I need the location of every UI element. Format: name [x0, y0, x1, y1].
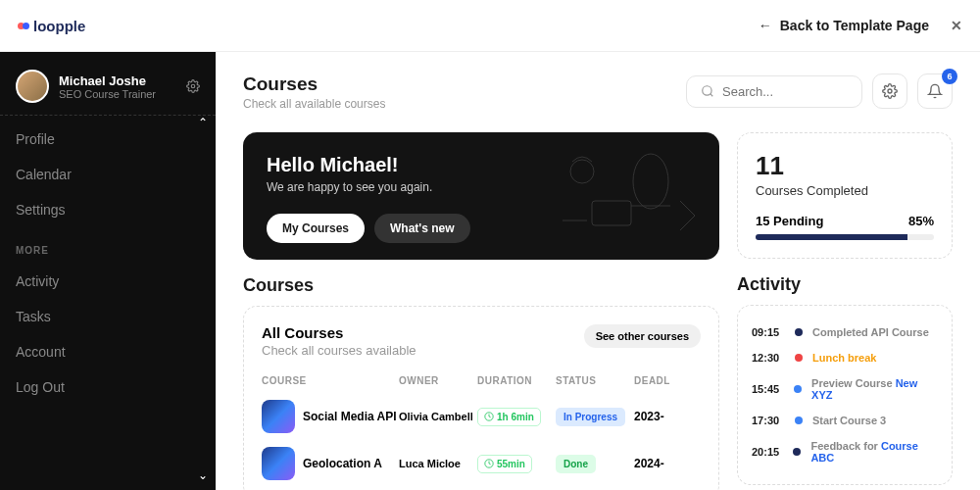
- activity-item: 17:30 Start Course 3: [752, 408, 938, 433]
- gear-icon[interactable]: [186, 79, 200, 93]
- table-header: COURSE OWNER DURATION STATUS DEADL: [262, 375, 701, 386]
- activity-dot-icon: [795, 354, 803, 362]
- sidebar-item-logout[interactable]: Log Out: [0, 369, 216, 405]
- sidebar-item-tasks[interactable]: Tasks: [0, 299, 216, 334]
- col-owner: OWNER: [399, 375, 477, 386]
- activity-dot-icon: [795, 416, 803, 424]
- activity-time: 12:30: [752, 352, 785, 364]
- all-courses-title: All Courses: [262, 324, 416, 341]
- hero-banner: Hello Michael! We are happy to see you a…: [243, 132, 719, 260]
- profile-role: SEO Course Trainer: [59, 88, 156, 100]
- main-content: Courses Check all available courses 6: [216, 52, 980, 490]
- all-courses-sub: Check all courses available: [262, 343, 416, 358]
- course-owner: Luca Micloe: [399, 458, 477, 469]
- svg-point-0: [191, 84, 195, 88]
- stat-pending: 15 Pending: [756, 214, 823, 228]
- course-name: Geolocation A: [303, 457, 382, 470]
- page-title: Courses: [243, 74, 385, 95]
- course-owner: Olivia Cambell: [399, 411, 477, 422]
- status-badge: Done: [556, 455, 596, 473]
- courses-card: All Courses Check all courses available …: [243, 306, 719, 490]
- activity-text: Feedback for Course ABC: [810, 440, 938, 464]
- notification-badge: 6: [942, 69, 957, 84]
- profile-block: Michael Joshe SEO Course Trainer: [0, 70, 216, 116]
- courses-section-title: Courses: [243, 275, 719, 296]
- svg-point-1: [703, 86, 711, 95]
- col-status: STATUS: [556, 375, 634, 386]
- settings-button[interactable]: [872, 74, 907, 109]
- col-deadline: DEADL: [634, 375, 683, 386]
- duration-pill: 55min: [477, 455, 532, 473]
- stat-card: 11 Courses Completed 15 Pending 85%: [737, 132, 953, 259]
- col-course: COURSE: [262, 375, 399, 386]
- course-deadline: 2024-: [634, 457, 683, 470]
- chevron-down-icon[interactable]: ⌄: [198, 468, 208, 482]
- see-other-courses-button[interactable]: See other courses: [584, 324, 701, 348]
- activity-link[interactable]: Course ABC: [810, 440, 917, 464]
- bell-icon: [927, 83, 943, 99]
- page-subtitle: Check all available courses: [243, 97, 385, 111]
- activity-list: 09:15 Completed API Course 12:30 Lunch b…: [737, 305, 953, 485]
- activity-item: 09:15 Completed API Course: [752, 319, 938, 345]
- activity-dot-icon: [795, 328, 803, 336]
- clock-icon: [484, 459, 494, 468]
- sidebar-item-calendar[interactable]: Calendar: [0, 157, 216, 192]
- svg-line-2: [710, 94, 713, 97]
- chevron-up-icon[interactable]: ⌃: [198, 116, 208, 129]
- activity-time: 15:45: [752, 383, 784, 395]
- more-label: MORE: [0, 227, 216, 264]
- svg-point-4: [633, 154, 668, 209]
- stat-label: Courses Completed: [756, 183, 934, 198]
- avatar[interactable]: [16, 70, 49, 103]
- activity-text: Completed API Course: [812, 326, 929, 338]
- search-icon: [701, 84, 714, 98]
- sidebar-item-activity[interactable]: Activity: [0, 264, 216, 299]
- sidebar-item-profile[interactable]: Profile: [0, 122, 216, 157]
- logo-text: loopple: [33, 18, 85, 34]
- activity-section-title: Activity: [737, 274, 953, 295]
- course-thumb: [262, 400, 295, 433]
- activity-text: Preview Course New XYZ: [811, 377, 938, 401]
- stat-number: 11: [756, 151, 934, 181]
- close-icon[interactable]: ✕: [951, 18, 962, 33]
- back-to-template[interactable]: ← Back to Template Page ✕: [759, 18, 962, 33]
- search-box[interactable]: [686, 75, 862, 108]
- activity-dot-icon: [794, 385, 802, 393]
- svg-point-6: [570, 160, 594, 183]
- table-row[interactable]: Social Media API Olivia Cambell 1h 6min …: [262, 400, 701, 433]
- gear-icon: [882, 83, 898, 99]
- svg-point-3: [888, 89, 892, 93]
- clock-icon: [484, 412, 494, 421]
- search-input[interactable]: [722, 84, 848, 99]
- sidebar-item-settings[interactable]: Settings: [0, 192, 216, 227]
- logo[interactable]: loopple: [18, 18, 85, 34]
- course-deadline: 2023-: [634, 410, 683, 423]
- activity-text: Start Course 3: [812, 415, 886, 426]
- svg-rect-5: [592, 201, 631, 225]
- progress-bar: [756, 234, 934, 240]
- activity-time: 20:15: [752, 446, 783, 458]
- arrow-left-icon: ←: [759, 18, 772, 33]
- duration-pill: 1h 6min: [477, 408, 541, 426]
- my-courses-button[interactable]: My Courses: [267, 214, 365, 243]
- activity-time: 09:15: [752, 326, 785, 338]
- table-row[interactable]: Geolocation A Luca Micloe 55min Done 202…: [262, 447, 701, 480]
- sidebar: Michael Joshe SEO Course Trainer ⌃ Profi…: [0, 52, 216, 490]
- stat-percent: 85%: [908, 214, 934, 228]
- whats-new-button[interactable]: What's new: [374, 214, 470, 243]
- activity-text: Lunch break: [812, 352, 876, 364]
- activity-item: 12:30 Lunch break: [752, 345, 938, 370]
- course-name: Social Media API: [303, 410, 397, 423]
- notifications-button[interactable]: 6: [917, 74, 953, 109]
- status-badge: In Progress: [556, 408, 625, 426]
- course-thumb: [262, 447, 295, 480]
- sidebar-item-account[interactable]: Account: [0, 334, 216, 369]
- profile-name: Michael Joshe: [59, 74, 156, 88]
- col-duration: DURATION: [477, 375, 556, 386]
- activity-item: 20:15 Feedback for Course ABC: [752, 433, 938, 470]
- activity-time: 17:30: [752, 415, 785, 426]
- activity-dot-icon: [793, 448, 801, 456]
- activity-item: 15:45 Preview Course New XYZ: [752, 370, 938, 408]
- activity-link[interactable]: New XYZ: [811, 377, 917, 401]
- back-label: Back to Template Page: [780, 18, 929, 33]
